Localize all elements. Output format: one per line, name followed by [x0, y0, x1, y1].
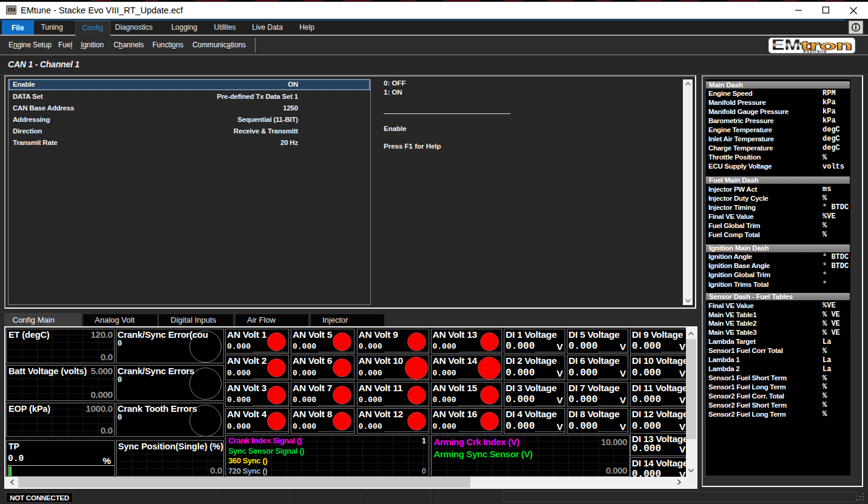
svg-text:EM: EM: [771, 38, 801, 53]
svg-text:Australia: Australia: [803, 49, 827, 53]
